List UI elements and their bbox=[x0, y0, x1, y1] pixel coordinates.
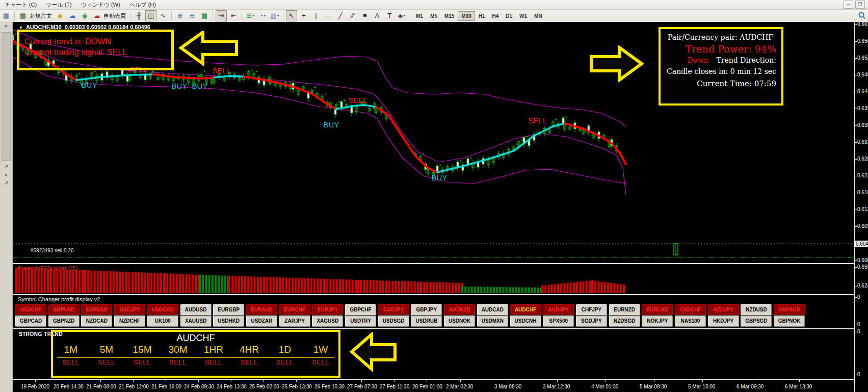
symbol-button-nzdjpy[interactable]: NZDJPY bbox=[708, 304, 739, 316]
timeframe-button-m5[interactable]: M5 bbox=[427, 11, 441, 21]
new-order-label[interactable]: 新規注文 bbox=[30, 12, 52, 20]
candlestick-chart-icon[interactable]: ◫ bbox=[145, 10, 156, 21]
tile-windows-icon[interactable]: ▦ bbox=[199, 10, 210, 21]
indicator-subwindow[interactable]: PremiumFXScalper (25) bbox=[13, 264, 854, 294]
symbol-button-euraud[interactable]: EURAUD bbox=[246, 304, 277, 316]
symbol-button-gbpnzd[interactable]: GBPNZD bbox=[48, 316, 80, 327]
timeframe-button-d1[interactable]: D1 bbox=[502, 11, 516, 21]
periods-clock-icon[interactable]: ◔▾ bbox=[257, 10, 268, 21]
dock-scrollbar[interactable] bbox=[2, 32, 11, 161]
symbol-button-spx500[interactable]: SPX500 bbox=[543, 316, 574, 327]
symbol-button-gbpusd[interactable]: GBPUSD bbox=[48, 304, 80, 316]
cursor-icon[interactable]: ↖ bbox=[286, 10, 297, 21]
symbol-button-usdzar[interactable]: USDZAR bbox=[246, 316, 277, 327]
symbol-button-usdjpy[interactable]: USDJPY bbox=[114, 304, 145, 316]
trendline-icon[interactable]: ╱ bbox=[335, 10, 346, 21]
restore-window-icon[interactable]: ❐ bbox=[855, 1, 865, 9]
symbol-button-usdchf[interactable]: USDCHF bbox=[15, 304, 46, 316]
symbol-button-eurchf[interactable]: EURCHF bbox=[279, 304, 310, 316]
chevron-down-icon[interactable]: ▾ bbox=[264, 11, 266, 21]
menu-item-1[interactable]: ツール (T) bbox=[41, 1, 76, 8]
line-chart-icon[interactable]: ∿ bbox=[157, 10, 169, 21]
symbol-button-uk100[interactable]: UK100 bbox=[147, 316, 178, 327]
chart-window-icon[interactable]: ▦ bbox=[1, 10, 12, 21]
symbol-button-audchf[interactable]: AUDCHF bbox=[510, 304, 541, 316]
symbol-button-audjpy[interactable]: AUDJPY bbox=[543, 304, 574, 316]
minimize-window-icon[interactable]: – bbox=[844, 1, 853, 9]
chevron-down-icon[interactable]: ▾ bbox=[252, 11, 254, 21]
timeframe-button-h1[interactable]: H1 bbox=[475, 11, 489, 21]
timeframe-button-mn[interactable]: MN bbox=[531, 11, 546, 21]
symbol-button-eurnzd[interactable]: EURNZD bbox=[609, 304, 640, 316]
symbol-button-xagusd[interactable]: XAGUSD bbox=[312, 316, 343, 327]
symbol-button-xauusd[interactable]: XAUUSD bbox=[180, 316, 212, 327]
market-cloud-icon[interactable]: ☁ bbox=[67, 10, 78, 21]
main-chart[interactable]: BUYSELLBUYBUYSELLBUYSELLBUYSELL ▼AUDCHF,… bbox=[13, 22, 854, 263]
symbol-button-nas100[interactable]: NAS100 bbox=[675, 316, 706, 327]
chevron-down-icon[interactable]: ▾ bbox=[403, 11, 405, 21]
menu-item-3[interactable]: ヘルプ (H) bbox=[125, 1, 161, 8]
shapes-icon[interactable]: ◈▾ bbox=[396, 10, 407, 21]
symbol-button-usdcnh[interactable]: USDCNH bbox=[510, 316, 541, 327]
symbol-button-eurjpy[interactable]: EURJPY bbox=[312, 304, 343, 316]
symbol-button-gbpjpy[interactable]: GBPJPY bbox=[411, 304, 442, 316]
symbol-button-nzdusd[interactable]: NZDUSD bbox=[741, 304, 772, 316]
symbol-button-eurgbp[interactable]: EURGBP bbox=[213, 304, 244, 316]
crosshair-icon[interactable]: + bbox=[298, 10, 309, 21]
new-order-icon[interactable]: ▤ bbox=[17, 10, 29, 21]
symbol-button-gbpaud[interactable]: GBPAUD bbox=[774, 304, 805, 316]
signals-icon[interactable]: ◉ bbox=[79, 10, 90, 21]
symbol-button-gbpchf[interactable]: GBPCHF bbox=[345, 304, 376, 316]
zoom-in-icon[interactable]: ⊕ bbox=[174, 10, 186, 21]
search-icon[interactable] bbox=[858, 11, 866, 21]
symbol-button-audcad[interactable]: AUDCAD bbox=[477, 304, 508, 316]
price-axis[interactable]: 0.66120.65690.65260.64830.64400.63960.63… bbox=[854, 22, 868, 392]
vertical-line-icon[interactable]: | bbox=[310, 10, 322, 21]
symbol-button-audusd[interactable]: AUDUSD bbox=[180, 304, 212, 316]
symbol-button-audnzd[interactable]: AUDNZD bbox=[444, 304, 475, 316]
symbol-button-nzdcad[interactable]: NZDCAD bbox=[81, 316, 112, 327]
symbol-button-usdtry[interactable]: USDTRY bbox=[345, 316, 376, 327]
menu-item-2[interactable]: ウィンドウ (W) bbox=[76, 1, 125, 8]
expand-panel-icon[interactable]: ↗ bbox=[0, 179, 12, 187]
symbol-button-usdrub[interactable]: USDRUB bbox=[411, 316, 442, 327]
symbol-button-usdsgd[interactable]: USDSGD bbox=[378, 316, 409, 327]
fibonacci-icon[interactable]: ≡ bbox=[359, 10, 371, 21]
symbol-button-sgdjpy[interactable]: SGDJPY bbox=[576, 316, 607, 327]
timeframe-button-m1[interactable]: M1 bbox=[412, 11, 427, 21]
symbol-button-eurusd[interactable]: EURUSD bbox=[81, 304, 112, 316]
symbol-button-usdnok[interactable]: USDNOK bbox=[444, 316, 475, 327]
auto-scroll-icon[interactable]: ⇤ bbox=[228, 10, 239, 21]
symbol-button-nokjpy[interactable]: NOKJPY bbox=[642, 316, 673, 327]
timeframe-button-w1[interactable]: W1 bbox=[516, 11, 531, 21]
chart-shift-icon[interactable]: ⇥ bbox=[216, 10, 227, 21]
close-panel-icon[interactable]: × bbox=[0, 171, 12, 179]
symbol-button-usdhkd[interactable]: USDHKD bbox=[213, 316, 244, 327]
symbol-button-nzdchf[interactable]: NZDCHF bbox=[114, 316, 145, 327]
add-indicator-icon[interactable]: ⊞▾ bbox=[245, 10, 256, 21]
expand-panel-icon[interactable]: ↗ bbox=[0, 163, 12, 171]
symbol-button-nzdsgd[interactable]: NZDSGD bbox=[609, 316, 640, 327]
chevron-down-icon[interactable]: ▾ bbox=[277, 11, 279, 21]
symbol-button-cadchf[interactable]: CADCHF bbox=[675, 304, 706, 316]
close-panel-icon[interactable]: × bbox=[0, 22, 12, 30]
autotrading-label[interactable]: 自動売買 bbox=[103, 12, 126, 20]
menu-item-0[interactable]: チャート (C) bbox=[0, 1, 41, 8]
symbol-button-gbpcad[interactable]: GBPCAD bbox=[15, 316, 46, 327]
timeframe-button-m15[interactable]: M15 bbox=[441, 11, 458, 21]
symbol-button-chfjpy[interactable]: CHFJPY bbox=[576, 304, 607, 316]
symbol-button-zarjpy[interactable]: ZARJPY bbox=[279, 316, 310, 327]
autotrading-icon[interactable]: ☁ bbox=[91, 10, 102, 21]
text-icon[interactable]: A bbox=[372, 10, 383, 21]
channel-icon[interactable]: ⁄⁄ bbox=[347, 10, 358, 21]
symbol-button-usdmxn[interactable]: USDMXN bbox=[477, 316, 508, 327]
time-axis[interactable]: 19 Feb 202020 Feb 14:3021 Feb 08:0021 Fe… bbox=[13, 379, 854, 392]
metaquotes-icon[interactable]: ◆ bbox=[55, 10, 66, 21]
template-icon[interactable]: ▧▾ bbox=[269, 10, 280, 21]
symbol-button-gbpsgd[interactable]: GBPSGD bbox=[741, 316, 772, 327]
symbol-button-cadjpy[interactable]: CADJPY bbox=[378, 304, 409, 316]
horizontal-line-icon[interactable]: — bbox=[323, 10, 334, 21]
label-icon[interactable]: T bbox=[384, 10, 395, 21]
timeframe-button-m30[interactable]: M30 bbox=[458, 11, 475, 21]
symbol-button-usdcad[interactable]: USDCAD bbox=[147, 304, 178, 316]
